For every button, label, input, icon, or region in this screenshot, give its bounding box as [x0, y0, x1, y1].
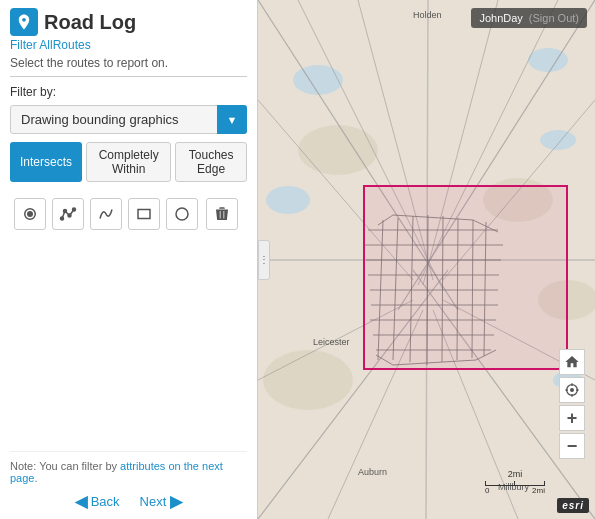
esri-logo: esri: [557, 498, 589, 513]
svg-text:Leicester: Leicester: [313, 337, 350, 347]
rectangle-icon: [135, 205, 153, 223]
freehand-draw-tool[interactable]: [90, 198, 122, 230]
svg-point-9: [293, 65, 343, 95]
circle-icon: [173, 205, 191, 223]
filter-by-label: Filter by:: [10, 85, 247, 99]
trash-tool[interactable]: [206, 198, 238, 230]
svg-rect-6: [138, 210, 150, 219]
svg-point-3: [64, 210, 67, 213]
drawing-tools: [10, 192, 247, 236]
polyline-icon: [59, 205, 77, 223]
select-text: Select the routes to report on.: [10, 56, 247, 70]
rectangle-draw-tool[interactable]: [128, 198, 160, 230]
completely-within-button[interactable]: Completely Within: [86, 142, 171, 182]
note-text: Note: You can filter by attributes on th…: [10, 460, 247, 484]
zoom-in-button[interactable]: +: [559, 405, 585, 431]
left-panel: Road Log Filter AllRoutes Select the rou…: [0, 0, 258, 519]
locate-icon: [564, 382, 580, 398]
bottom-section: Note: You can filter by attributes on th…: [10, 451, 247, 511]
svg-point-5: [73, 208, 76, 211]
back-arrow-icon: ◀: [75, 492, 87, 511]
user-badge: JohnDay (Sign Out): [471, 8, 587, 28]
trash-icon: [213, 205, 231, 223]
zoom-out-icon: −: [567, 436, 578, 457]
filter-dropdown[interactable]: Drawing bounding graphics: [10, 105, 247, 134]
selection-rectangle: [363, 185, 568, 370]
freehand-icon: [97, 205, 115, 223]
filter-buttons: Intersects Completely Within Touches Edg…: [10, 142, 247, 182]
svg-text:Holden: Holden: [413, 10, 442, 20]
intersects-button[interactable]: Intersects: [10, 142, 82, 182]
divider: [10, 76, 247, 77]
point-draw-tool[interactable]: [14, 198, 46, 230]
touches-edge-button[interactable]: Touches Edge: [175, 142, 247, 182]
username: JohnDay: [479, 12, 522, 24]
svg-point-2: [61, 217, 64, 220]
svg-text:Auburn: Auburn: [358, 467, 387, 477]
next-arrow-icon: ▶: [170, 492, 182, 511]
svg-point-7: [176, 208, 188, 220]
locate-button[interactable]: [559, 377, 585, 403]
esri-wordmark: esri: [557, 498, 589, 513]
map-panel[interactable]: ⋮ JohnDay (Sign Out): [258, 0, 595, 519]
scale-bar: 2mi 02mi: [485, 469, 545, 495]
polyline-draw-tool[interactable]: [52, 198, 84, 230]
scale-label: 2mi: [485, 469, 545, 479]
filter-allroutes-link[interactable]: Filter AllRoutes: [10, 38, 247, 52]
svg-point-1: [28, 212, 33, 217]
zoom-out-button[interactable]: −: [559, 433, 585, 459]
collapse-icon: ⋮: [259, 254, 269, 265]
svg-point-12: [266, 186, 310, 214]
svg-point-11: [540, 130, 576, 150]
road-icon: [15, 13, 33, 31]
collapse-handle[interactable]: ⋮: [258, 240, 270, 280]
svg-point-4: [68, 214, 71, 217]
circle-draw-tool[interactable]: [166, 198, 198, 230]
app-title: Road Log: [44, 11, 136, 34]
nav-buttons: ◀ Back Next ▶: [10, 492, 247, 511]
filter-dropdown-container: Drawing bounding graphics: [10, 105, 247, 134]
map-controls: + −: [559, 349, 585, 459]
svg-point-16: [263, 350, 353, 410]
app-header: Road Log: [10, 8, 247, 36]
zoom-in-icon: +: [567, 408, 578, 429]
home-icon: [564, 354, 580, 370]
app-icon: [10, 8, 38, 36]
back-button[interactable]: ◀ Back: [75, 492, 120, 511]
home-button[interactable]: [559, 349, 585, 375]
svg-point-63: [571, 389, 574, 392]
next-button[interactable]: Next ▶: [140, 492, 183, 511]
point-icon: [21, 205, 39, 223]
sign-out-link[interactable]: (Sign Out): [529, 12, 579, 24]
